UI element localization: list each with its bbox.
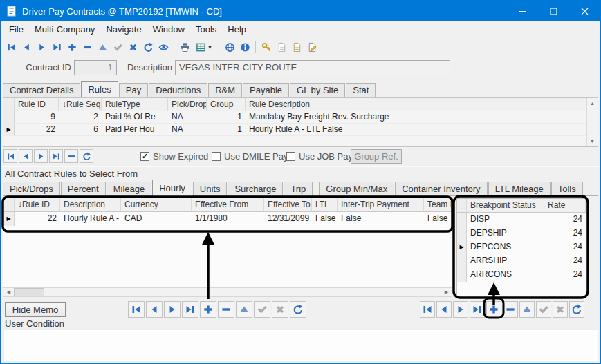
tab-ltl-mileage[interactable]: LTL Mileage [488, 182, 551, 195]
tab-percent[interactable]: Percent [61, 182, 106, 195]
hourly-nav-prev-button[interactable] [146, 301, 163, 318]
hourly-nav-next-button[interactable] [164, 301, 181, 318]
col-inter-trip-payment[interactable]: Inter-Trip Payment [338, 198, 424, 211]
table-row[interactable]: ▶ 22 6 Paid Per Hou NA 1 Hourly Rule A -… [3, 124, 598, 136]
scrollbar-track[interactable] [587, 108, 598, 136]
breakpoint-nav-up-button[interactable] [519, 301, 535, 318]
menu-help[interactable]: Help [222, 21, 252, 37]
show-expired-checkbox[interactable]: ✓ Show Expired [140, 151, 208, 162]
forms-button[interactable] [289, 39, 304, 55]
col-effective-from[interactable]: Effective From [192, 198, 264, 211]
toolbar-delete-button[interactable] [80, 39, 95, 55]
col-rule-id[interactable]: Rule ID [15, 98, 59, 111]
toolbar-view-button[interactable] [156, 39, 171, 55]
table-row[interactable]: ARRSHIP 24 [457, 254, 586, 268]
tab-trip[interactable]: Trip [284, 182, 313, 195]
menu-tools[interactable]: Tools [190, 21, 222, 37]
contract-nav-last-button[interactable] [49, 149, 63, 163]
contract-nav-prev-button[interactable] [19, 149, 33, 163]
tab-hourly[interactable]: Hourly [152, 180, 192, 196]
breakpoint-nav-refresh-button[interactable] [569, 301, 584, 318]
breakpoint-nav-cancel-button[interactable] [553, 301, 568, 318]
print-button[interactable] [177, 39, 192, 55]
table-row[interactable]: DEPSHIP 24 [457, 227, 586, 240]
col-group[interactable]: Group [207, 98, 246, 111]
security-button[interactable] [259, 39, 274, 55]
hourly-nav-cancel-button[interactable] [272, 301, 288, 318]
tab-pick-drops[interactable]: Pick/Drops [3, 182, 60, 195]
col-ltl[interactable]: LTL [312, 198, 338, 211]
contract-id-field[interactable]: 1 [74, 60, 117, 75]
menu-multi-company[interactable]: Multi-Company [29, 21, 100, 37]
minimize-button[interactable] [507, 1, 538, 21]
tab-pay[interactable]: Pay [119, 83, 148, 97]
col-description[interactable]: Description [60, 198, 121, 211]
contract-nav-next-button[interactable] [34, 149, 48, 163]
group-ref-button[interactable]: Group Ref. [351, 149, 402, 164]
col-pick-drop[interactable]: Pick/Drop [168, 98, 207, 111]
tab-container-inventory[interactable]: Container Inventory [395, 182, 487, 195]
tab-tolls[interactable]: Tolls [551, 182, 583, 195]
tab-units[interactable]: Units [193, 182, 228, 195]
col-rule-description[interactable]: Rule Description [246, 98, 598, 111]
maximize-button[interactable] [538, 1, 569, 21]
scroll-up-icon[interactable]: ▲ [587, 98, 598, 108]
breakpoint-nav-add-button[interactable] [486, 301, 501, 318]
tab-deductions[interactable]: Deductions [149, 83, 207, 97]
tab-surcharge[interactable]: Surcharge [228, 182, 283, 195]
col-effective-to[interactable]: Effective To [264, 198, 312, 211]
notes-button[interactable] [274, 39, 289, 55]
toolbar-first-button[interactable] [3, 39, 19, 55]
edit-document-button[interactable] [304, 39, 320, 55]
hourly-nav-first-button[interactable] [128, 301, 145, 318]
tab-mileage[interactable]: Mileage [107, 182, 152, 195]
menu-navigate[interactable]: Navigate [100, 21, 147, 37]
col-rate[interactable]: Rate [544, 199, 586, 212]
toolbar-prev-button[interactable] [19, 39, 34, 55]
description-field[interactable]: VEGAS INTER-CITY ROUTE [175, 60, 450, 75]
tab-rm[interactable]: R&M [208, 83, 242, 97]
report-dropdown-button[interactable]: ▼ [192, 39, 216, 55]
contract-nav-first-button[interactable] [3, 149, 17, 163]
breakpoint-nav-first-button[interactable] [420, 301, 435, 318]
scrollbar-thumb[interactable] [14, 288, 44, 296]
toolbar-refresh-button[interactable] [140, 39, 156, 55]
col-team-d[interactable]: Team D [424, 198, 452, 211]
tab-payable[interactable]: Payable [243, 83, 289, 97]
hourly-nav-delete-button[interactable] [218, 301, 234, 318]
scroll-right-icon[interactable]: ▶ [441, 288, 452, 296]
toolbar-next-button[interactable] [34, 39, 49, 55]
breakpoint-nav-prev-button[interactable] [436, 301, 452, 318]
col-rule-type[interactable]: RuleType [102, 98, 168, 111]
toolbar-add-button[interactable] [64, 39, 80, 55]
hide-memo-button[interactable]: Hide Memo [5, 302, 66, 317]
toolbar-up-button[interactable] [95, 39, 110, 55]
breakpoint-nav-save-button[interactable] [536, 301, 551, 318]
tab-gl-by-site[interactable]: GL by Site [290, 83, 345, 97]
toolbar-cancel-button[interactable] [125, 39, 140, 55]
tab-stat[interactable]: Stat [346, 83, 376, 97]
hourly-nav-last-button[interactable] [182, 301, 198, 318]
table-row[interactable]: 9 2 Paid % Of Re NA 1 Mandalay Bay Freig… [3, 111, 598, 124]
col-rule-id[interactable]: ↓Rule ID [15, 198, 60, 211]
menu-file[interactable]: File [3, 21, 29, 37]
menu-window[interactable]: Window [147, 21, 190, 37]
tab-group-min-max[interactable]: Group Min/Max [319, 182, 394, 195]
hourly-nav-add-button[interactable] [200, 301, 216, 318]
contract-nav-delete-button[interactable] [64, 149, 78, 163]
user-condition-field[interactable] [3, 329, 598, 361]
titlebar[interactable]: Driver Pay Contracts @ TMP20192 [TMWIN -… [1, 1, 600, 21]
tab-contract-details[interactable]: Contract Details [3, 83, 80, 97]
breakpoint-nav-delete-button[interactable] [503, 301, 518, 318]
web-button[interactable] [222, 39, 237, 55]
col-currency[interactable]: Currency [121, 198, 192, 211]
scroll-left-icon[interactable]: ◀ [3, 288, 14, 296]
close-button[interactable] [569, 1, 600, 21]
col-rule-seq[interactable]: ↓Rule Seq [59, 98, 102, 111]
hourly-nav-refresh-button[interactable] [290, 301, 306, 318]
table-row[interactable]: DISP 24 [457, 213, 586, 227]
use-job-pay-checkbox[interactable]: Use JOB Pay [286, 151, 353, 162]
table-row[interactable]: ▶ 22 Hourly Rule A - I CAD 1/1/1980 12/3… [3, 212, 452, 226]
horizontal-scrollbar[interactable]: ◀ ▶ [3, 287, 452, 297]
scroll-down-icon[interactable]: ▼ [587, 136, 598, 146]
